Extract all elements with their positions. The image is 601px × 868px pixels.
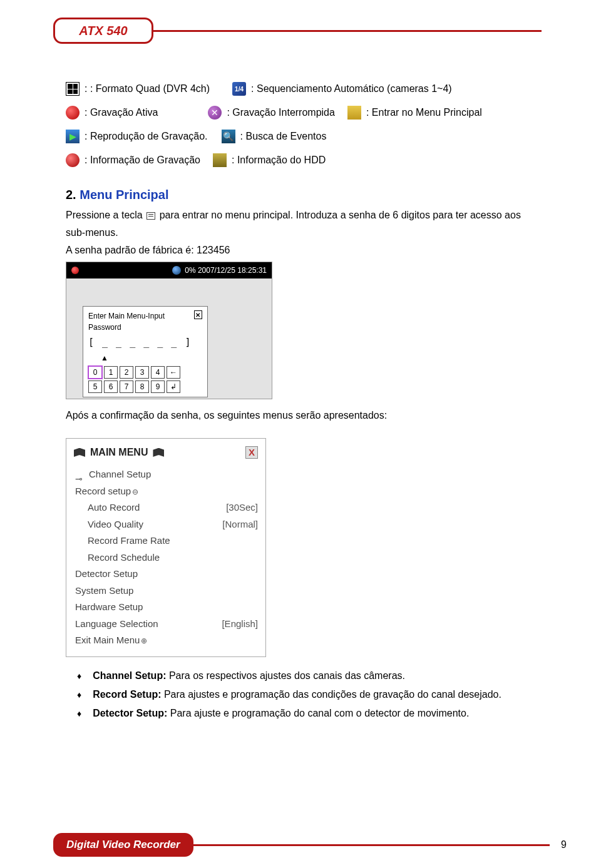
footer: Digital Video Recorder 9 (53, 833, 567, 857)
diamond-bullet: ♦ (77, 668, 81, 683)
menu-item-label: Channel Setup (89, 469, 151, 479)
menu-item[interactable]: Auto Record[30Sec] (74, 499, 258, 516)
diamond-bullet: ♦ (77, 706, 81, 721)
menu-item[interactable]: Channel Setup (74, 466, 258, 483)
menu-item[interactable]: Record Frame Rate (74, 533, 258, 549)
caret-indicator: ▲ (101, 352, 202, 364)
seq-label: : Sequenciamento Automático (cameras 1~4… (251, 81, 452, 96)
diamond-bullet: ♦ (77, 687, 81, 702)
bullet-text: Detector Setup: Para ajuste e programaçã… (93, 706, 542, 721)
password-dialog: Enter Main Menu-Input Password ✕ [ _ _ _… (83, 306, 208, 397)
book-inline-icon (146, 212, 155, 220)
bullet-list: ♦Channel Setup: Para os respectivos ajus… (66, 668, 542, 721)
shot-status-bar: 0% 2007/12/25 18:25:31 (66, 262, 272, 278)
record-on-icon (66, 106, 80, 120)
section-title-text: Menu Principal (80, 188, 168, 202)
menu-item[interactable]: Record Schedule (74, 549, 258, 566)
menu-enter-label: : Entrar no Menu Principal (366, 105, 482, 120)
key-5[interactable]: 5 (88, 380, 102, 393)
rec-info-icon (66, 153, 80, 167)
hdd-label: : Informação do HDD (232, 153, 326, 168)
key-0[interactable]: 0 (88, 366, 102, 379)
key-9[interactable]: 9 (151, 380, 165, 393)
menu-item-value: [30Sec] (226, 501, 258, 515)
main-menu-screenshot: MAIN MENU X Channel SetupRecord setupAut… (66, 438, 266, 657)
key-prefix-icon (75, 472, 86, 478)
events-label: : Busca de Eventos (240, 129, 327, 144)
menu-item-label: Record Frame Rate (88, 535, 170, 546)
main-menu-close[interactable]: X (245, 446, 258, 459)
section-2-line-3: A senha padrão de fábrica é: 123456 (66, 243, 542, 258)
playback-icon: ▶ (66, 130, 80, 143)
page-content: : : Formato Quad (DVR 4ch) 1/4 : Sequenc… (66, 81, 542, 725)
legend-row-4: : Informação de Gravação : Informação do… (66, 153, 542, 168)
shot-status-text: 0% 2007/12/25 18:25:31 (185, 265, 267, 276)
main-menu-title: MAIN MENU (90, 445, 148, 460)
rec-on-label: : Gravação Ativa (85, 105, 158, 120)
password-screenshot: 0% 2007/12/25 18:25:31 Enter Main Menu-I… (66, 262, 272, 399)
header-rule (153, 30, 542, 32)
key-3[interactable]: 3 (135, 366, 149, 379)
main-menu-header: MAIN MENU X (74, 445, 258, 460)
footer-rule (193, 844, 550, 846)
menu-item-value: [Normal] (222, 518, 258, 532)
menu-item[interactable]: Record setup (74, 483, 258, 500)
menu-book-icon-left (74, 448, 85, 457)
menu-item-label: Auto Record (88, 502, 140, 513)
shot-rec-dot (71, 267, 79, 274)
keypad: 0 1 2 3 4 ← 5 6 7 8 9 ↲ (88, 366, 202, 393)
menu-items-list: Channel SetupRecord setupAuto Record[30S… (74, 466, 258, 649)
menu-book-icon-right (153, 448, 164, 457)
section-num: 2. (66, 188, 76, 202)
quad-label: : : Formato Quad (DVR 4ch) (85, 81, 210, 96)
key-6[interactable]: 6 (104, 380, 118, 393)
key-enter[interactable]: ↲ (167, 380, 180, 393)
dialog-title: Enter Main Menu-Input Password (88, 310, 194, 333)
key-7[interactable]: 7 (120, 380, 133, 393)
quad-icon (66, 82, 80, 96)
header-badge: ATX 540 (53, 18, 153, 44)
record-off-icon: ✕ (208, 106, 222, 120)
key-4[interactable]: 4 (151, 366, 165, 379)
menu-item[interactable]: System Setup (74, 583, 258, 600)
menu-item-label: Language Selection (75, 618, 158, 629)
bullet-item: ♦Detector Setup: Para ajuste e programaç… (66, 706, 542, 721)
menu-item[interactable]: Language Selection[English] (74, 616, 258, 633)
menu-item-label: Record setup (75, 486, 138, 496)
menu-item-label: Exit Main Menu (75, 635, 147, 645)
bullet-text: Channel Setup: Para os respectivos ajust… (93, 668, 542, 683)
menu-item-value: [English] (222, 617, 258, 631)
key-back[interactable]: ← (167, 366, 180, 379)
section-2-heading: 2. Menu Principal (66, 185, 542, 204)
legend-row-2: : Gravação Ativa ✕ : Gravação Interrompi… (66, 105, 542, 120)
menu-icon (347, 106, 361, 120)
header-title: ATX 540 (79, 24, 127, 38)
menu-item[interactable]: Video Quality[Normal] (74, 516, 258, 533)
menu-item[interactable]: Hardware Setup (74, 599, 258, 616)
menu-item[interactable]: Exit Main Menu (74, 632, 258, 649)
dialog-close-icon[interactable]: ✕ (194, 310, 202, 319)
menu-item-label: Record Schedule (88, 552, 160, 563)
bullet-item: ♦Channel Setup: Para os respectivos ajus… (66, 668, 542, 683)
key-1[interactable]: 1 (104, 366, 118, 379)
bullet-item: ♦Record Setup: Para ajustes e programaçã… (66, 687, 542, 702)
rec-info-label: : Informação de Gravação (85, 153, 200, 168)
events-icon: 🔍 (222, 130, 235, 143)
legend-row-1: : : Formato Quad (DVR 4ch) 1/4 : Sequenc… (66, 81, 542, 96)
footer-badge: Digital Video Recorder (53, 833, 193, 857)
hdd-icon (213, 153, 227, 167)
bullet-text: Record Setup: Para ajustes e programação… (93, 687, 542, 702)
menu-item-label: Video Quality (88, 519, 143, 529)
menu-item[interactable]: Detector Setup (74, 566, 258, 583)
password-field[interactable]: [ _ _ _ _ _ _ ] (88, 335, 202, 350)
rec-off-label: : Gravação Interrompida (227, 105, 335, 120)
legend-row-3: ▶ : Reprodução de Gravação. 🔍 : Busca de… (66, 129, 542, 144)
playback-label: : Reprodução de Gravação. (85, 129, 208, 144)
shot-globe-icon (172, 266, 181, 275)
key-2[interactable]: 2 (120, 366, 133, 379)
menu-item-label: Hardware Setup (75, 601, 143, 612)
key-8[interactable]: 8 (135, 380, 149, 393)
page-number: 9 (561, 839, 567, 850)
after-pw-text: Após a confirmação da senha, os seguinte… (66, 408, 542, 423)
section-2-line-1: Pressione a tecla para entrar no menu pr… (66, 208, 542, 223)
